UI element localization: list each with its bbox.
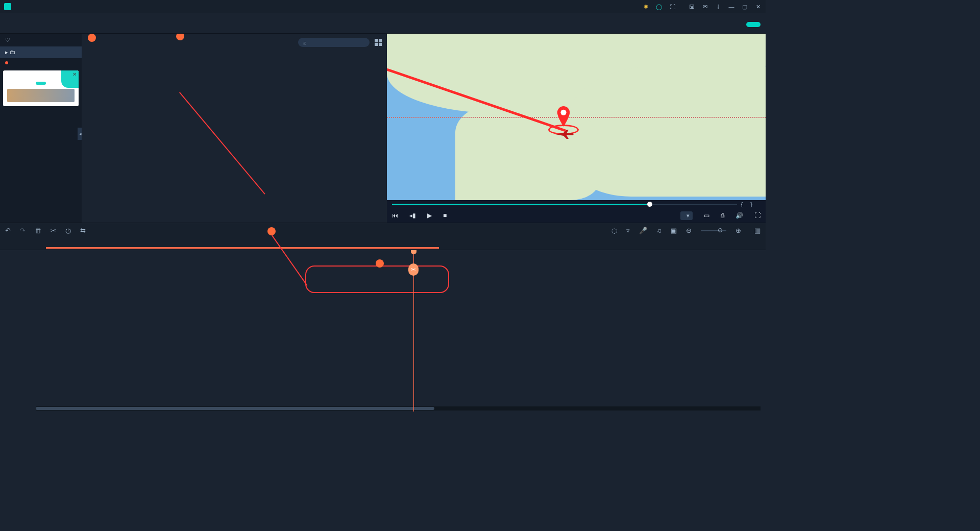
preview-controls: { } ⏮ ◂▮ ▶ ■ ▾ ▭ ⎙ 🔊 ⛶ bbox=[387, 200, 766, 223]
close-icon[interactable]: ✕ bbox=[754, 3, 762, 10]
search-icon: ⌕ bbox=[303, 39, 307, 45]
main-area: ♡ ▸ 🗀 ✕ ◂ ⌕ bbox=[0, 34, 766, 223]
titlebar-right: ✺ ◯ ⛶ 🖫 ✉ ⭳ — ▢ ✕ bbox=[642, 3, 762, 10]
annotation-badge-2 bbox=[88, 34, 96, 42]
promo-cta-button[interactable] bbox=[36, 82, 46, 85]
maximize-icon[interactable]: ▢ bbox=[741, 3, 748, 10]
quality-icon[interactable]: ▭ bbox=[704, 212, 709, 219]
scissors-icon[interactable]: ✂ bbox=[408, 263, 419, 276]
timeline-h-scrollbar[interactable] bbox=[36, 406, 761, 411]
annotation-badge-4 bbox=[267, 227, 276, 235]
timeline-tracks: ✂ bbox=[0, 250, 766, 412]
timeline-ruler[interactable] bbox=[0, 238, 766, 250]
sun-icon[interactable]: ✺ bbox=[642, 3, 649, 10]
seek-knob[interactable] bbox=[647, 202, 652, 207]
stop-button[interactable]: ■ bbox=[443, 212, 447, 219]
svg-line-0 bbox=[387, 69, 566, 131]
undo-button[interactable]: ↶ bbox=[5, 227, 11, 234]
prev-frame-button[interactable]: ⏮ bbox=[392, 212, 398, 219]
crop-icon[interactable]: ▣ bbox=[671, 227, 677, 234]
fullscreen-icon[interactable]: ⛶ bbox=[754, 212, 761, 219]
zoom-in-icon[interactable]: ⊕ bbox=[736, 227, 741, 234]
annotation-outline-1 bbox=[305, 266, 449, 293]
delete-button[interactable]: 🗑 bbox=[35, 227, 41, 234]
sidebar-filmstock[interactable] bbox=[0, 58, 82, 67]
range-bar bbox=[46, 247, 439, 249]
download-icon[interactable]: ⭳ bbox=[715, 3, 722, 10]
preview-map bbox=[387, 34, 766, 200]
transition-browser: ⌕ bbox=[82, 34, 387, 223]
gift-icon[interactable]: ⛶ bbox=[669, 3, 676, 10]
svg-point-1 bbox=[560, 110, 566, 115]
record-vo-icon[interactable]: 🎤 bbox=[639, 227, 647, 234]
promo-card: ✕ bbox=[3, 70, 79, 106]
snapshot-icon[interactable]: ⎙ bbox=[721, 212, 724, 219]
marker-icon[interactable]: ▿ bbox=[626, 227, 630, 234]
timeline-settings-icon[interactable]: ▥ bbox=[754, 227, 761, 234]
airplane-icon bbox=[554, 129, 575, 140]
red-dot-icon bbox=[5, 61, 8, 64]
speed-button[interactable]: ◷ bbox=[65, 227, 71, 234]
timeline-toolbar: ↶ ↷ 🗑 ✂ ◷ ⇆ ◌ ▿ 🎤 ♫ ▣ ⊖ ⊕ ▥ bbox=[0, 223, 766, 238]
play-button[interactable]: ▶ bbox=[427, 212, 432, 219]
heart-icon: ♡ bbox=[5, 37, 10, 43]
adjust-button[interactable]: ⇆ bbox=[80, 227, 86, 234]
map-pin-icon bbox=[556, 106, 571, 127]
promo-close-icon[interactable]: ✕ bbox=[72, 71, 77, 77]
headphones-icon[interactable]: ◯ bbox=[655, 3, 663, 10]
export-button[interactable] bbox=[746, 22, 761, 27]
minimize-icon[interactable]: — bbox=[728, 3, 735, 10]
promo-thumbs bbox=[7, 89, 75, 102]
render-icon[interactable]: ◌ bbox=[611, 227, 617, 234]
playhead[interactable]: ✂ bbox=[413, 250, 414, 412]
chevron-down-icon: ▾ bbox=[687, 212, 690, 219]
sidebar: ♡ ▸ 🗀 ✕ bbox=[0, 34, 82, 223]
preview-scale-select[interactable]: ▾ bbox=[680, 211, 693, 220]
route-line bbox=[387, 34, 766, 200]
sidebar-favorite[interactable]: ♡ bbox=[0, 34, 82, 46]
audio-mixer-icon[interactable]: ♫ bbox=[656, 227, 662, 234]
save-icon[interactable]: 🖫 bbox=[688, 3, 695, 10]
search-input[interactable]: ⌕ bbox=[298, 38, 370, 47]
zoom-slider[interactable] bbox=[701, 230, 726, 231]
main-tabs bbox=[0, 13, 766, 34]
volume-icon[interactable]: 🔊 bbox=[736, 212, 743, 219]
seek-bar[interactable]: { } bbox=[387, 200, 766, 208]
split-button[interactable]: ✂ bbox=[51, 227, 56, 234]
redo-button[interactable]: ↷ bbox=[20, 227, 26, 234]
step-back-button[interactable]: ◂▮ bbox=[409, 212, 416, 219]
annotation-badge-1 bbox=[376, 259, 384, 268]
sidebar-included[interactable]: ▸ 🗀 bbox=[0, 46, 82, 58]
zoom-out-icon[interactable]: ⊖ bbox=[686, 227, 692, 234]
titlebar: ✺ ◯ ⛶ 🖫 ✉ ⭳ — ▢ ✕ bbox=[0, 0, 766, 13]
preview-panel: { } ⏮ ◂▮ ▶ ■ ▾ ▭ ⎙ 🔊 ⛶ bbox=[387, 34, 766, 223]
seek-braces: { } bbox=[741, 201, 755, 207]
mail-icon[interactable]: ✉ bbox=[701, 3, 708, 10]
app-logo-icon bbox=[4, 3, 11, 10]
grid-view-icon[interactable] bbox=[375, 39, 382, 46]
